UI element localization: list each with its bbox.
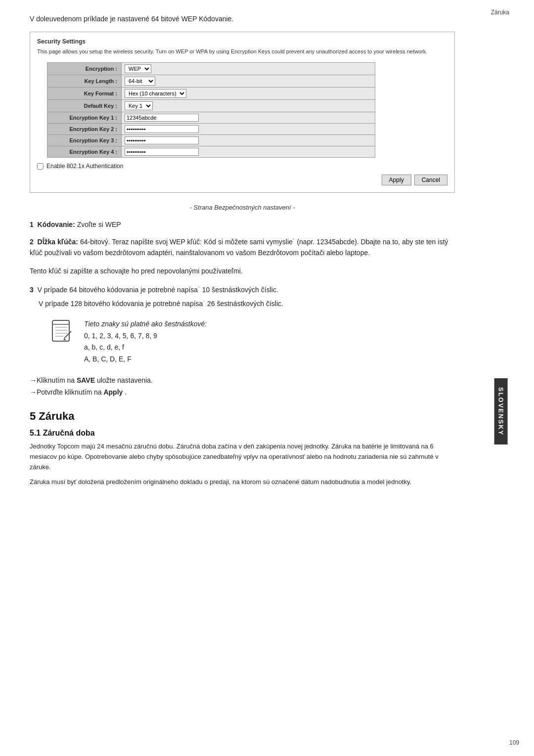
hex-block: Tieto znaky sú platné ako šestnástkové: … (49, 318, 455, 365)
keyformat-select[interactable]: Hex (10 characters) ASCII (125, 89, 186, 98)
arrow-2-suffix: . (123, 388, 127, 396)
step2-bold: Dĺžka kľúča: (38, 238, 78, 246)
table-row: Key Format : Hex (10 characters) ASCII (47, 88, 375, 100)
svg-rect-0 (52, 320, 69, 341)
table-row: Encryption Key 4 : (47, 146, 375, 158)
table-row: Encryption Key 1 : (47, 112, 375, 124)
field-label-enckey2: Encryption Key 2 : (47, 124, 122, 135)
table-row: Encryption Key 2 : (47, 124, 375, 135)
svg-marker-7 (63, 338, 66, 340)
field-value-defaultkey: Key 1 Key 2 Key 3 Key 4 (122, 100, 375, 112)
page-caption: - Strana Bezpečnostných nastavení - (30, 204, 455, 211)
field-value-enckey1 (122, 112, 375, 124)
field-value-encryption: WEP WPA (122, 63, 375, 75)
section5-para2: Záruka musí byť doložená predložením ori… (30, 477, 455, 488)
step2-num: 2 (30, 238, 34, 246)
hex-line2: a, b, c, d, e, f (84, 342, 207, 354)
step1-bold: Kódovanie: (38, 221, 75, 228)
section5-para1: Jednotky Topcom majú 24 mesačnú záručnú … (30, 442, 455, 472)
hex-line1: 0, 1, 2, 3, 4, 5, 6, 7, 8, 9 (84, 330, 207, 342)
table-row: Encryption Key 3 : (47, 135, 375, 146)
security-settings-title: Security Settings (37, 38, 447, 45)
step-extra: V prípade 128 bitového kódovania je potr… (39, 298, 455, 309)
enckey2-input[interactable] (125, 125, 199, 133)
hex-italic-label: Tieto znaky sú platné ako šestnástkové: (84, 318, 207, 330)
intro-paragraph: V doleuvedenom príklade je nastavené 64 … (30, 15, 455, 23)
section-5-heading: 5 Záruka (30, 410, 455, 423)
hex-icon (49, 318, 75, 344)
arrow-item-1: →Kliknutím na SAVE uložte nastavenia. (30, 376, 455, 384)
field-label-encryption: Encryption : (47, 63, 122, 75)
encryption-select[interactable]: WEP WPA (125, 64, 151, 73)
keylength-select[interactable]: 64-bit 128-bit (125, 77, 155, 86)
defaultkey-select[interactable]: Key 1 Key 2 Key 3 Key 4 (125, 101, 153, 110)
subsection-5-1-heading: 5.1 Záručná doba (30, 429, 455, 438)
field-label-keyformat: Key Format : (47, 88, 122, 100)
step3-num: 3 (30, 286, 34, 294)
settings-table: Encryption : WEP WPA Key Length : 64-bit… (47, 62, 375, 158)
arrow-1-prefix: →Kliknutím na (30, 376, 77, 384)
hex-line3: A, B, C, D, E, F (84, 354, 207, 365)
field-value-keyformat: Hex (10 characters) ASCII (122, 88, 375, 100)
hex-note-1: Tento kľúč si zapíšte a schovajte ho pre… (30, 266, 455, 276)
cancel-button[interactable]: Cancel (414, 175, 447, 185)
table-row: Default Key : Key 1 Key 2 Key 3 Key 4 (47, 100, 375, 112)
step1-text: Zvoľte si WEP (77, 221, 121, 228)
arrow-item-2: →Potvrďte kliknutím na Apply . (30, 388, 455, 396)
page-number: 109 (509, 739, 519, 746)
table-row: Key Length : 64-bit 128-bit (47, 75, 375, 88)
apply-button[interactable]: Apply (382, 175, 411, 185)
step1-num: 1 (30, 221, 34, 228)
step3-text: V prípade 64 bitového kódovania je potre… (38, 286, 278, 294)
button-row: Apply Cancel (37, 175, 447, 185)
hex-text-block: Tieto znaky sú platné ako šestnástkové: … (84, 318, 207, 365)
checkbox-row: Enable 802.1x Authentication (37, 163, 447, 170)
field-value-keylength: 64-bit 128-bit (122, 75, 375, 88)
field-value-enckey4 (122, 146, 375, 158)
side-tab: SLOVENSKY (494, 378, 507, 445)
table-row: Encryption : WEP WPA (47, 63, 375, 75)
field-label-keylength: Key Length : (47, 75, 122, 88)
arrow-1-suffix: uložte nastavenia. (95, 376, 153, 384)
enckey3-input[interactable] (125, 136, 199, 144)
arrow-2-bold: Apply (103, 388, 123, 396)
field-label-defaultkey: Default Key : (47, 100, 122, 112)
step-3: 3 V prípade 64 bitového kódovania je pot… (30, 284, 455, 295)
field-value-enckey2 (122, 124, 375, 135)
arrow-2-prefix: →Potvrďte kliknutím na (30, 388, 103, 396)
security-settings-box: Security Settings This page allows you s… (30, 32, 455, 193)
field-value-enckey3 (122, 135, 375, 146)
step2-text: 64-bitový. Teraz napíšte svoj WEP kľúč: … (30, 238, 448, 257)
field-label-enckey4: Encryption Key 4 : (47, 146, 122, 158)
enable-8021x-label: Enable 802.1x Authentication (46, 163, 123, 170)
svg-line-6 (64, 331, 71, 338)
header-label: Záruka (491, 9, 509, 16)
step-2: 2 Dĺžka kľúča: 64-bitový. Teraz napíšte … (30, 236, 455, 259)
security-settings-desc: This page allows you setup the wireless … (37, 48, 447, 55)
field-label-enckey3: Encryption Key 3 : (47, 135, 122, 146)
field-label-enckey1: Encryption Key 1 : (47, 112, 122, 124)
step-1: 1 Kódovanie: Zvoľte si WEP (30, 219, 455, 230)
enckey4-input[interactable] (125, 148, 199, 156)
arrow-1-bold: SAVE (77, 376, 95, 384)
enckey1-input[interactable] (125, 114, 199, 122)
enable-8021x-checkbox[interactable] (37, 163, 44, 170)
